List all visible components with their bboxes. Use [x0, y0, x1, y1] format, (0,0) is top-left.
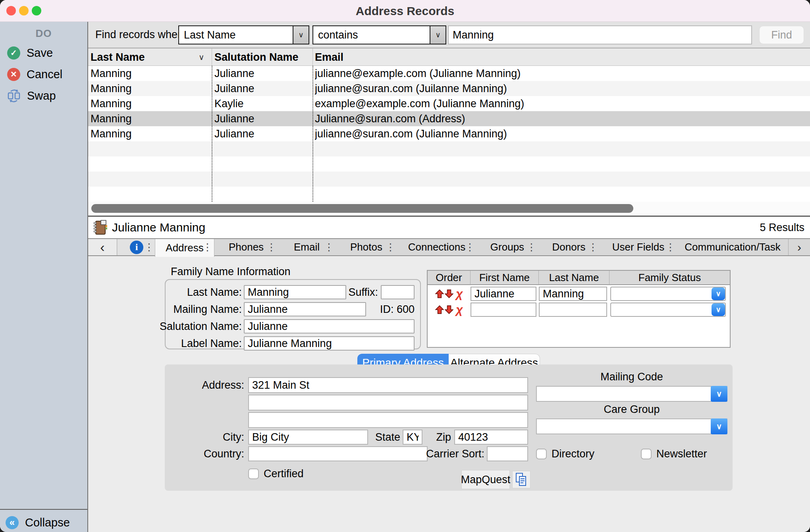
- family-status-select[interactable]: ∨: [610, 287, 726, 301]
- address-panel: Address: City: State Zip Country: Carrie…: [165, 364, 733, 491]
- carrier-sort-field[interactable]: [487, 446, 528, 461]
- certified-checkbox[interactable]: [248, 468, 259, 479]
- tab-communication-task[interactable]: Communication/Task: [677, 239, 788, 255]
- last-name-label: Last Name:: [168, 285, 242, 299]
- tab-user-fields[interactable]: User Fields: [600, 239, 677, 255]
- mailing-code-select[interactable]: ∨: [536, 386, 727, 402]
- results-table-header: Last Name ∨ Salutation Name Email: [88, 48, 810, 66]
- last-name-field[interactable]: [244, 285, 346, 299]
- table-row-empty: [88, 172, 810, 187]
- find-button[interactable]: Find: [759, 26, 804, 44]
- sidebar-item-save[interactable]: ✓ Save: [0, 45, 87, 61]
- horizontal-scrollbar[interactable]: [88, 202, 810, 216]
- find-field-select[interactable]: Last Name ∨: [178, 25, 309, 44]
- member-first-name-field[interactable]: Julianne: [471, 287, 536, 301]
- address-label: Address:: [173, 377, 244, 393]
- table-row[interactable]: Manning Julianne julianne@suran.com (Jul…: [88, 126, 810, 141]
- search-input[interactable]: [448, 25, 752, 44]
- title-bar: Address Records: [0, 0, 810, 22]
- move-down-icon[interactable]: [445, 305, 453, 314]
- column-divider: [312, 48, 313, 66]
- find-operator-value: contains: [313, 26, 430, 44]
- tab-phones[interactable]: Phones: [214, 239, 278, 255]
- tab-photos[interactable]: Photos: [336, 239, 397, 255]
- table-row-selected[interactable]: Manning Julianne Julianne@suran.com (Add…: [88, 111, 810, 126]
- move-up-icon[interactable]: [435, 305, 444, 314]
- delete-member-icon[interactable]: χ: [456, 304, 463, 316]
- table-row-empty: [88, 141, 810, 156]
- scrollbar-thumb[interactable]: [91, 204, 633, 213]
- column-header-email[interactable]: Email: [315, 48, 434, 66]
- copy-address-button[interactable]: [512, 471, 530, 488]
- table-row[interactable]: Manning Juilanne julianne@suran.com (Jui…: [88, 81, 810, 96]
- chevron-down-icon[interactable]: ∨: [711, 418, 727, 434]
- member-last-name-field[interactable]: [539, 303, 607, 317]
- tab-bar: ‹ i Address Phones Email Photos Connecti…: [88, 238, 810, 256]
- zip-field[interactable]: [454, 430, 528, 445]
- address-tab-content: Family Name Information Last Name: Suffi…: [88, 257, 810, 532]
- sidebar-item-label: Save: [27, 46, 53, 60]
- suffix-field[interactable]: [381, 285, 415, 299]
- address-line2-field[interactable]: [248, 395, 528, 411]
- cell-salutation: Kaylie: [214, 96, 310, 111]
- tabs-scroll-left-button[interactable]: ‹: [88, 239, 117, 255]
- column-header-order: Order: [428, 271, 471, 284]
- column-header-family-status: Family Status: [609, 271, 730, 284]
- cell-email: julianne@example.com (Julianne Manning): [315, 66, 807, 81]
- sidebar-item-swap[interactable]: Swap: [0, 88, 87, 104]
- find-operator-select[interactable]: contains ∨: [312, 25, 446, 44]
- zip-label: Zip: [429, 430, 451, 445]
- city-field[interactable]: [248, 430, 368, 445]
- tab-donors[interactable]: Donors: [538, 239, 600, 255]
- tab-connections[interactable]: Connections: [397, 239, 476, 255]
- family-member-row: χ ∨: [428, 302, 730, 318]
- newsletter-checkbox[interactable]: [641, 449, 652, 459]
- city-label: City:: [173, 430, 244, 445]
- find-field-value: Last Name: [179, 26, 293, 44]
- tab-address[interactable]: Address: [155, 239, 214, 257]
- cell-email: example@example.com (Julianne Manning): [315, 96, 807, 111]
- table-row[interactable]: Manning Julianne julianne@example.com (J…: [88, 66, 810, 81]
- address-line1-field[interactable]: [248, 377, 528, 393]
- cell-last-name: Manning: [91, 111, 210, 126]
- tab-info[interactable]: i: [118, 239, 156, 255]
- suffix-label: Suffix:: [342, 285, 378, 299]
- salutation-name-field[interactable]: [244, 319, 415, 333]
- sidebar-item-cancel[interactable]: ✕ Cancel: [0, 66, 87, 82]
- column-header-salutation-name[interactable]: Salutation Name: [214, 48, 310, 66]
- record-name: Julianne Manning: [112, 217, 205, 238]
- chevron-down-icon[interactable]: ∨: [711, 386, 727, 402]
- address-line3-field[interactable]: [248, 412, 528, 428]
- tabs-scroll-right-button[interactable]: ›: [788, 239, 810, 255]
- member-first-name-field[interactable]: [471, 303, 536, 317]
- chevron-down-icon[interactable]: ∨: [712, 287, 725, 300]
- delete-member-icon[interactable]: χ: [456, 288, 463, 300]
- collapse-sidebar-button[interactable]: « Collapse: [0, 515, 87, 530]
- chevron-down-icon[interactable]: ∨: [712, 303, 725, 316]
- mapquest-button[interactable]: MapQuest: [461, 470, 510, 489]
- column-header-last-name: Last Name: [539, 271, 609, 284]
- move-down-icon[interactable]: [445, 289, 453, 298]
- cell-last-name: Manning: [91, 96, 210, 111]
- table-row-empty: [88, 156, 810, 172]
- member-last-name-field[interactable]: Manning: [539, 287, 607, 301]
- state-field[interactable]: [403, 430, 422, 445]
- cell-salutation: Juilanne: [214, 81, 310, 96]
- care-group-select[interactable]: ∨: [536, 418, 727, 434]
- cell-last-name: Manning: [91, 81, 210, 96]
- directory-checkbox[interactable]: [536, 449, 547, 459]
- tab-groups[interactable]: Groups: [476, 239, 538, 255]
- move-up-icon[interactable]: [435, 289, 444, 298]
- results-table: Last Name ∨ Salutation Name Email Mannin…: [88, 48, 810, 216]
- column-header-last-name[interactable]: Last Name: [91, 48, 198, 66]
- label-name-label: Label Name:: [168, 336, 242, 351]
- country-field[interactable]: [248, 446, 428, 461]
- family-status-select[interactable]: ∨: [610, 303, 726, 317]
- tab-email[interactable]: Email: [278, 239, 336, 255]
- column-header-first-name: First Name: [471, 271, 539, 284]
- mailing-name-field[interactable]: [244, 302, 366, 316]
- table-row[interactable]: Manning Kaylie example@example.com (Juli…: [88, 96, 810, 111]
- cell-last-name: Manning: [91, 66, 210, 81]
- sidebar-item-label: Cancel: [27, 68, 62, 81]
- label-name-field[interactable]: [244, 336, 415, 351]
